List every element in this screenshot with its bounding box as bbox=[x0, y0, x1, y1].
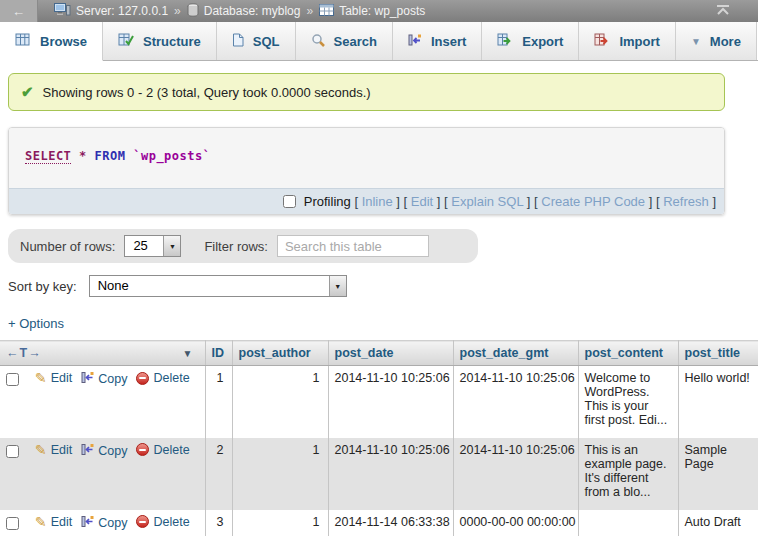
table-header-row: ←T→ ▼ ID post_author post_date post_date… bbox=[0, 341, 758, 366]
explain-sql-link[interactable]: Explain SQL bbox=[451, 194, 523, 209]
export-icon bbox=[497, 33, 513, 50]
tab-label: Structure bbox=[143, 34, 201, 49]
copy-icon bbox=[81, 515, 94, 531]
tab-structure[interactable]: Structure bbox=[103, 22, 217, 60]
cell-post-author: 1 bbox=[232, 510, 328, 536]
tab-search[interactable]: Search bbox=[296, 22, 393, 60]
cell-post-title: Sample Page bbox=[678, 438, 758, 510]
tab-label: Search bbox=[334, 34, 377, 49]
chevron-down-icon[interactable]: ▼ bbox=[183, 348, 199, 359]
breadcrumb-server-label: Server: 127.0.0.1 bbox=[76, 4, 168, 18]
edit-query-link[interactable]: Edit bbox=[411, 194, 433, 209]
cell-post-date-gmt: 2014-11-10 10:25:06 bbox=[453, 438, 578, 510]
row-select-checkbox[interactable] bbox=[6, 517, 19, 530]
browse-icon bbox=[15, 33, 31, 50]
table-tab-bar: Browse Structure SQL Search Insert Expor… bbox=[0, 22, 758, 61]
tab-label: Insert bbox=[431, 34, 466, 49]
copy-icon bbox=[81, 371, 94, 387]
breadcrumb-table[interactable]: Table: wp_posts bbox=[319, 4, 425, 19]
delete-row-link[interactable]: Delete bbox=[136, 371, 189, 385]
copy-label: Copy bbox=[98, 516, 127, 530]
tab-more[interactable]: ▼ More bbox=[676, 22, 757, 60]
row-actions-cell: ✎ Edit Copy Delete bbox=[0, 366, 205, 438]
structure-icon bbox=[118, 33, 134, 50]
inline-link[interactable]: Inline bbox=[362, 194, 393, 209]
create-php-code-link[interactable]: Create PHP Code bbox=[541, 194, 645, 209]
profiling-checkbox[interactable] bbox=[283, 195, 296, 208]
breadcrumb-server[interactable]: Server: 127.0.0.1 bbox=[54, 3, 168, 19]
filter-rows-input[interactable] bbox=[277, 235, 429, 257]
sort-by-key-select[interactable]: None ▼ bbox=[89, 275, 347, 297]
sql-keyword-from: FROM bbox=[95, 149, 126, 163]
sort-by-key-value: None bbox=[90, 276, 329, 296]
bracket: [ bbox=[354, 194, 358, 209]
sql-star: * bbox=[79, 149, 87, 163]
tab-import[interactable]: Import bbox=[579, 22, 675, 60]
copy-row-link[interactable]: Copy bbox=[81, 371, 127, 387]
collapse-panel-button[interactable] bbox=[714, 4, 732, 19]
status-message-text: Showing rows 0 - 2 (3 total, Query took … bbox=[43, 85, 371, 100]
copy-row-link[interactable]: Copy bbox=[81, 443, 127, 459]
back-arrow-icon: ← bbox=[12, 4, 25, 19]
edit-row-link[interactable]: ✎ Edit bbox=[35, 371, 72, 385]
edit-label: Edit bbox=[51, 515, 73, 529]
options-toggle-link[interactable]: + Options bbox=[8, 316, 64, 331]
refresh-link[interactable]: Refresh bbox=[663, 194, 709, 209]
column-header-post-author[interactable]: post_author bbox=[232, 341, 328, 366]
cell-post-title: Auto Draft bbox=[678, 510, 758, 536]
breadcrumb-bar: ← Server: 127.0.0.1 » Database: myblog »… bbox=[0, 0, 758, 22]
delete-icon bbox=[136, 443, 149, 456]
num-rows-label: Number of rows: bbox=[20, 239, 115, 254]
column-header-post-title[interactable]: post_title bbox=[678, 341, 758, 366]
cell-post-date: 2014-11-10 10:25:06 bbox=[328, 438, 453, 510]
column-header-post-content[interactable]: post_content bbox=[578, 341, 678, 366]
bracket: ] bbox=[396, 194, 400, 209]
column-header-id[interactable]: ID bbox=[205, 341, 232, 366]
sql-table-ref: `wp_posts` bbox=[133, 149, 210, 163]
column-header-actions: ←T→ ▼ bbox=[0, 341, 205, 366]
tab-label: More bbox=[710, 34, 741, 49]
row-actions-cell: ✎ Edit Copy Delete bbox=[0, 438, 205, 510]
delete-icon bbox=[136, 372, 149, 385]
tab-insert[interactable]: Insert bbox=[393, 22, 482, 60]
cell-id: 1 bbox=[205, 366, 232, 438]
tab-export[interactable]: Export bbox=[482, 22, 579, 60]
toggle-column-direction-icon[interactable]: ←T→ bbox=[6, 346, 42, 360]
edit-row-link[interactable]: ✎ Edit bbox=[35, 515, 72, 529]
chevron-down-icon: ▼ bbox=[163, 236, 180, 256]
cell-post-date: 2014-11-14 06:33:38 bbox=[328, 510, 453, 536]
delete-label: Delete bbox=[153, 515, 189, 529]
profiling-label: Profiling bbox=[304, 194, 351, 209]
back-button[interactable]: ← bbox=[0, 0, 38, 22]
cell-post-author: 1 bbox=[232, 366, 328, 438]
edit-label: Edit bbox=[51, 443, 73, 457]
edit-row-link[interactable]: ✎ Edit bbox=[35, 443, 72, 457]
table-row: ✎ Edit Copy Delete 1 1 2014-11-10 10:25:… bbox=[0, 366, 758, 438]
cell-id: 2 bbox=[205, 438, 232, 510]
column-header-post-date[interactable]: post_date bbox=[328, 341, 453, 366]
row-select-checkbox[interactable] bbox=[6, 373, 19, 386]
row-select-checkbox[interactable] bbox=[6, 445, 19, 458]
copy-label: Copy bbox=[98, 444, 127, 458]
sql-keyword-select[interactable]: SELECT bbox=[25, 149, 71, 164]
column-header-post-date-gmt[interactable]: post_date_gmt bbox=[453, 341, 578, 366]
cell-post-date-gmt: 0000-00-00 00:00:00 bbox=[453, 510, 578, 536]
cell-post-content: This is an example page. It's different … bbox=[578, 438, 678, 510]
bracket: [ bbox=[534, 194, 538, 209]
breadcrumb-database[interactable]: Database: myblog bbox=[187, 3, 301, 20]
tab-browse[interactable]: Browse bbox=[0, 22, 103, 61]
tab-sql[interactable]: SQL bbox=[217, 22, 296, 60]
copy-icon bbox=[81, 443, 94, 459]
tab-label: Import bbox=[619, 34, 659, 49]
copy-row-link[interactable]: Copy bbox=[81, 515, 127, 531]
table-icon bbox=[319, 4, 334, 19]
delete-row-link[interactable]: Delete bbox=[136, 515, 189, 529]
delete-row-link[interactable]: Delete bbox=[136, 443, 189, 457]
num-rows-select[interactable]: 25 ▼ bbox=[124, 235, 181, 257]
status-message: ✔ Showing rows 0 - 2 (3 total, Query too… bbox=[8, 73, 725, 111]
sql-icon bbox=[232, 33, 244, 50]
delete-label: Delete bbox=[153, 443, 189, 457]
breadcrumb-separator: » bbox=[306, 4, 313, 18]
table-row: ✎ Edit Copy Delete 2 1 2014-11-10 10:25:… bbox=[0, 438, 758, 510]
pencil-icon: ✎ bbox=[35, 516, 47, 528]
